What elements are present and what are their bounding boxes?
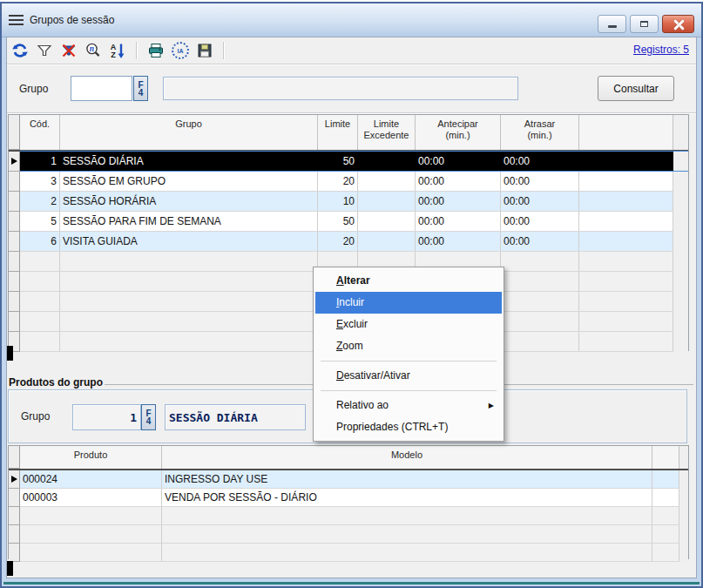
table-cell[interactable] [501,312,579,332]
table-cell[interactable]: 00:00 [501,232,579,252]
table-cell[interactable] [501,292,579,312]
table-cell[interactable] [20,272,60,292]
table-cell[interactable]: SESSÃO PARA FIM DE SEMANA [60,212,318,232]
table-cell[interactable] [20,292,60,312]
table-cell[interactable]: 00:00 [501,172,579,192]
table-row[interactable] [9,525,688,544]
table-row[interactable]: 3SESSÃO EM GRUPO2000:0000:00 [9,172,688,192]
table-cell[interactable]: 1 [20,152,60,172]
table-cell[interactable] [60,312,318,332]
table-cell[interactable]: 00:00 [501,212,579,232]
menu-item-zoom[interactable]: Zoom [315,335,502,357]
table-row[interactable]: 000003VENDA POR SESSÃO - DIÁRIO [9,489,688,507]
table-cell[interactable]: VENDA POR SESSÃO - DIÁRIO [162,489,652,507]
title-bar[interactable]: Grupos de sessão [2,3,701,37]
table-cell[interactable]: 000024 [20,470,162,489]
table-cell[interactable]: 20 [318,172,358,192]
table-cell[interactable]: 00:00 [416,172,501,192]
table-cell[interactable] [358,152,416,172]
table-cell[interactable] [501,252,579,272]
table-cell[interactable]: 50 [318,212,358,232]
clear-filter-icon[interactable] [58,41,79,60]
print-icon[interactable] [145,41,166,60]
group-code-input[interactable] [71,76,132,101]
table-cell[interactable] [501,332,579,352]
table-row[interactable]: 6VISITA GUIADA2000:0000:00 [9,232,688,252]
table-cell-filler [652,525,679,544]
menu-item-alterar[interactable]: Alterar [315,270,502,292]
column-header-antecipar-min[interactable]: Antecipar (min.) [416,115,501,150]
table-row[interactable]: 1SESSÃO DIÁRIA5000:0000:00 [9,152,688,172]
minimize-button[interactable] [598,15,626,33]
column-header-grupo[interactable]: Grupo [60,115,318,150]
column-header-limite[interactable]: Limite [318,115,358,150]
table-cell[interactable]: 20 [318,232,358,252]
table-cell[interactable] [358,212,416,232]
table-cell[interactable]: 5 [20,212,60,232]
column-header-modelo[interactable]: Modelo [162,446,652,469]
filter-icon[interactable] [34,41,55,60]
table-cell[interactable] [20,332,60,352]
table-cell[interactable]: 00:00 [501,192,579,212]
table-cell[interactable] [162,544,652,562]
consultar-button[interactable]: Consultar [598,76,674,101]
menu-item-relativo-ao[interactable]: Relativo ao▶ [315,395,502,416]
table-cell[interactable] [501,272,579,292]
table-cell[interactable]: 00:00 [416,152,501,172]
table-cell[interactable] [60,332,318,352]
table-cell[interactable]: INGRESSO DAY USE [162,470,652,489]
column-header-cod[interactable]: Cód. [20,115,60,150]
table-row[interactable] [9,544,688,562]
table-cell[interactable] [358,232,416,252]
table-row[interactable]: 2SESSÃO HORÁRIA1000:0000:00 [9,192,688,212]
table-cell[interactable] [20,312,60,332]
column-header-produto[interactable]: Produto [20,446,162,469]
menu-item-incluir[interactable]: Incluir [315,292,502,314]
save-icon[interactable] [194,41,215,60]
table-cell[interactable]: 2 [20,192,60,212]
group-lookup-f4-button[interactable]: F4 [133,76,148,101]
table-cell[interactable]: 50 [318,152,358,172]
table-cell[interactable]: 00:00 [501,152,579,172]
table-cell[interactable]: SESSÃO DIÁRIA [60,152,318,172]
table-cell[interactable] [20,252,60,272]
table-cell[interactable]: 000003 [20,489,162,507]
menu-item-excluir[interactable]: Excluir [315,314,502,335]
menu-item-propriedades-ctrl-t[interactable]: Propriedades (CTRL+T) [315,416,502,438]
table-cell[interactable] [358,192,416,212]
table-cell[interactable] [20,544,162,562]
table-row[interactable]: 000024INGRESSO DAY USE [9,470,688,489]
refresh-icon[interactable] [10,41,30,60]
table-cell[interactable] [20,525,162,544]
sort-az-icon[interactable]: AZ [107,41,128,60]
table-cell[interactable] [60,252,318,272]
registros-link[interactable]: Registros: 5 [633,44,689,56]
close-button[interactable] [662,15,694,33]
table-cell[interactable] [20,507,162,525]
table-row[interactable] [9,507,688,525]
table-row[interactable]: 5SESSÃO PARA FIM DE SEMANA5000:0000:00 [9,212,688,232]
table-cell[interactable]: 00:00 [416,192,501,212]
table-cell[interactable]: 6 [20,232,60,252]
product-group-f4-button[interactable]: F4 [141,404,156,430]
table-cell[interactable]: SESSÃO EM GRUPO [60,172,318,192]
table-cell[interactable]: 00:00 [416,212,501,232]
search-n-icon[interactable]: n [83,41,104,60]
ia-icon[interactable]: IA [170,41,191,60]
column-header-limite-excedente[interactable]: Limite Excedente [358,115,416,150]
table-cell[interactable] [358,172,416,192]
table-cell[interactable] [162,525,652,544]
table-cell[interactable]: VISITA GUIADA [60,232,318,252]
table-cell[interactable] [60,292,318,312]
table-cell[interactable] [162,507,652,525]
table-cell[interactable]: 3 [20,172,60,192]
maximize-button[interactable] [630,15,659,33]
table-cell-filler [652,507,679,525]
column-header-atrasar-min[interactable]: Atrasar (min.) [501,115,579,150]
grid-row-tail [679,525,688,544]
table-cell[interactable]: 10 [318,192,358,212]
table-cell[interactable] [60,272,318,292]
table-cell[interactable]: SESSÃO HORÁRIA [60,192,318,212]
table-cell[interactable]: 00:00 [416,232,501,252]
menu-item-desativar-ativar[interactable]: Desativar/Ativar [315,365,502,387]
